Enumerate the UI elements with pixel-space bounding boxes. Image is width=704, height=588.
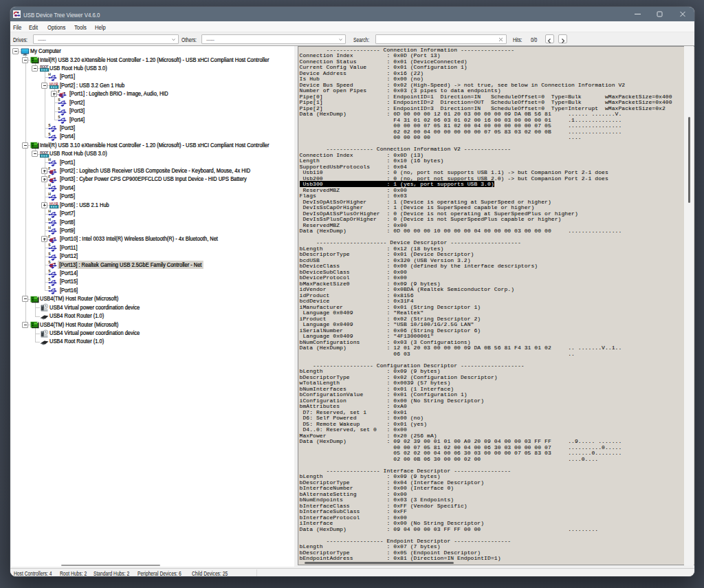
svg-text:S: S <box>49 132 52 136</box>
svg-text:S: S <box>49 260 52 264</box>
svg-text:S: S <box>58 115 61 119</box>
svg-text:S: S <box>49 285 52 290</box>
svg-text:S: S <box>49 277 52 281</box>
svg-text:ROOT: ROOT <box>40 150 49 154</box>
svg-text:F: F <box>49 235 51 239</box>
svg-text:F: F <box>49 175 51 179</box>
svg-text:H: H <box>49 183 52 187</box>
svg-text:S: S <box>49 243 52 247</box>
svg-text:S: S <box>49 252 52 256</box>
svg-text:H: H <box>49 209 52 213</box>
svg-text:HUB: HUB <box>50 82 58 86</box>
svg-text:HUB: HUB <box>50 202 58 206</box>
svg-text:F: F <box>49 166 51 171</box>
svg-text:ROOT: ROOT <box>40 65 49 69</box>
svg-text:F: F <box>58 89 60 94</box>
svg-text:H: H <box>49 157 52 162</box>
svg-text:H: H <box>49 217 52 221</box>
svg-text:S: S <box>58 107 61 111</box>
svg-text:H: H <box>49 192 52 196</box>
svg-text:H: H <box>49 72 52 76</box>
svg-text:H: H <box>49 226 52 230</box>
svg-text:S: S <box>49 123 52 127</box>
svg-text:S: S <box>49 269 52 273</box>
svg-text:S: S <box>58 98 61 102</box>
